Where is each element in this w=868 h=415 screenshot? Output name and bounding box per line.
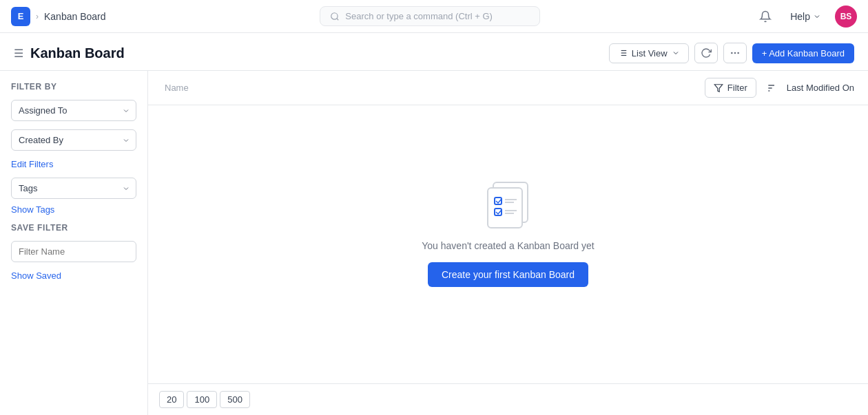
last-modified-label[interactable]: Last Modified On xyxy=(784,78,857,97)
list-view-icon xyxy=(618,48,628,58)
main-toolbar: Name Filter Last Modified On xyxy=(148,71,868,105)
more-horizontal-icon xyxy=(730,47,741,58)
kanban-empty-illustration xyxy=(481,174,536,229)
nav-right: Help BS xyxy=(754,6,857,28)
toolbar-right: Filter Last Modified On xyxy=(705,78,857,98)
notification-button[interactable] xyxy=(754,6,776,28)
content-area: Filter By Assigned To Created By Edit Fi… xyxy=(0,71,868,415)
main-panel: Name Filter Last Modified On xyxy=(148,71,868,415)
svg-line-1 xyxy=(337,18,339,20)
svg-marker-11 xyxy=(714,84,723,92)
page-layout: ☰ Kanban Board List View + Add Kanban Bo… xyxy=(0,33,868,415)
svg-point-10 xyxy=(738,52,738,53)
svg-point-8 xyxy=(731,52,732,53)
page-size-20-button[interactable]: 20 xyxy=(159,391,184,408)
svg-rect-16 xyxy=(488,188,522,228)
name-column-header: Name xyxy=(159,80,194,96)
nav-center: Search or type a command (Ctrl + G) xyxy=(106,6,755,26)
page-header-right: List View + Add Kanban Board xyxy=(609,43,854,63)
help-label: Help xyxy=(790,11,810,22)
list-view-button[interactable]: List View xyxy=(609,43,689,63)
page-header-left: ☰ Kanban Board xyxy=(14,45,125,61)
sort-button[interactable] xyxy=(762,78,778,98)
list-view-label: List View xyxy=(632,48,668,58)
empty-icon xyxy=(481,174,536,229)
avatar[interactable]: BS xyxy=(835,6,857,28)
edit-filters-link[interactable]: Edit Filters xyxy=(11,159,136,169)
pagination: 20 100 500 xyxy=(148,383,868,415)
page-size-500-button[interactable]: 500 xyxy=(220,391,250,408)
refresh-icon xyxy=(701,47,712,58)
assigned-to-select[interactable]: Assigned To xyxy=(11,100,136,121)
help-button[interactable]: Help xyxy=(785,8,827,25)
add-kanban-board-button[interactable]: + Add Kanban Board xyxy=(752,43,854,63)
more-options-button[interactable] xyxy=(723,43,747,63)
refresh-button[interactable] xyxy=(694,43,718,63)
top-nav: E › Kanban Board Search or type a comman… xyxy=(0,0,868,33)
search-placeholder: Search or type a command (Ctrl + G) xyxy=(345,11,493,21)
svg-point-9 xyxy=(734,52,735,53)
page-title: Kanban Board xyxy=(30,45,125,61)
app-icon[interactable]: E xyxy=(11,7,30,26)
tags-select[interactable]: Tags xyxy=(11,178,136,199)
tags-section: Tags Show Tags xyxy=(11,178,136,215)
filter-label: Filter xyxy=(727,83,747,93)
show-tags-link[interactable]: Show Tags xyxy=(11,204,136,215)
filter-icon xyxy=(714,83,723,93)
create-first-kanban-button[interactable]: Create your first Kanban Board xyxy=(428,262,588,287)
breadcrumb-page: Kanban Board xyxy=(44,11,106,22)
search-icon xyxy=(330,12,340,21)
add-button-label: + Add Kanban Board xyxy=(762,48,845,58)
filter-by-label: Filter By xyxy=(11,82,136,92)
save-filter-label: Save Filter xyxy=(11,223,136,233)
nav-left: E › Kanban Board xyxy=(11,7,106,26)
page-header: ☰ Kanban Board List View + Add Kanban Bo… xyxy=(0,33,868,71)
search-bar[interactable]: Search or type a command (Ctrl + G) xyxy=(320,6,540,26)
chevron-down-icon xyxy=(813,12,821,21)
hamburger-icon[interactable]: ☰ xyxy=(14,47,23,60)
sort-icon xyxy=(765,83,776,94)
breadcrumb-separator: › xyxy=(36,12,39,21)
svg-point-0 xyxy=(331,12,338,19)
created-by-select[interactable]: Created By xyxy=(11,129,136,151)
bell-icon xyxy=(759,10,772,23)
page-size-100-button[interactable]: 100 xyxy=(187,391,217,408)
chevron-down-icon xyxy=(672,49,680,57)
empty-state-message: You haven't created a Kanban Board yet xyxy=(422,240,594,251)
empty-state: You haven't created a Kanban Board yet C… xyxy=(148,105,868,383)
show-saved-link[interactable]: Show Saved xyxy=(11,270,136,281)
filter-button[interactable]: Filter xyxy=(705,78,756,98)
filter-name-input[interactable] xyxy=(11,241,136,262)
sidebar: Filter By Assigned To Created By Edit Fi… xyxy=(0,71,148,415)
